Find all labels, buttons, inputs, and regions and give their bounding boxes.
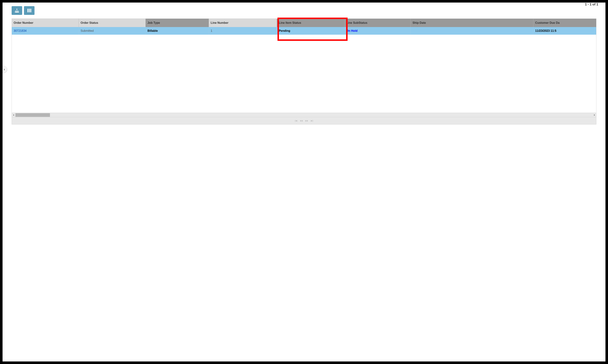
grid-header-row: Order NumberOrder StatusJob TypeLine Num… [12, 19, 596, 27]
toolbar [2, 2, 606, 18]
scroll-thumb[interactable] [15, 113, 50, 117]
svg-marker-5 [301, 120, 303, 122]
page-counter: 1 - 1 of 1 [585, 2, 598, 6]
app-frame: 1 - 1 of 1 ‹ Order NumberOrder StatusJob… [0, 0, 608, 364]
svg-rect-9 [312, 120, 313, 122]
chevron-left-icon: ‹ [4, 67, 5, 71]
download-button[interactable] [12, 6, 22, 15]
cell-ship-date [411, 27, 533, 35]
cell-line-number: 1 [209, 27, 277, 35]
column-header[interactable]: Customer Due Da [533, 19, 596, 27]
svg-marker-8 [311, 120, 312, 122]
column-header[interactable]: Line SubStatus [344, 19, 411, 27]
scroll-right-arrow-icon[interactable] [593, 113, 596, 117]
svg-rect-2 [295, 120, 296, 122]
column-header[interactable]: Ship Date [411, 19, 533, 27]
next-page-icon[interactable] [305, 120, 308, 122]
column-header[interactable]: Line Number [209, 19, 277, 27]
svg-marker-1 [594, 114, 595, 116]
svg-marker-4 [300, 120, 301, 122]
svg-marker-0 [13, 114, 14, 116]
last-page-icon[interactable] [311, 120, 313, 122]
column-header[interactable]: Job Type [146, 19, 209, 27]
horizontal-scrollbar[interactable] [12, 113, 596, 117]
grid-table: Order NumberOrder StatusJob TypeLine Num… [12, 19, 596, 35]
pagination-bar [12, 117, 596, 124]
scroll-track[interactable] [15, 113, 593, 117]
svg-marker-7 [307, 120, 308, 122]
expand-sidebar-handle[interactable]: ‹ [0, 66, 7, 73]
svg-marker-6 [305, 120, 307, 122]
first-page-icon[interactable] [295, 120, 297, 122]
grid-empty-space [12, 35, 596, 113]
scroll-left-arrow-icon[interactable] [12, 113, 15, 117]
cell-customer-due-date: 11/23/2023 11:5 [533, 27, 596, 35]
svg-marker-3 [296, 120, 297, 122]
columns-button[interactable] [24, 6, 35, 15]
cell-order-number[interactable]: 30721834 [12, 27, 79, 35]
cell-order-status: Submitted [79, 27, 146, 35]
data-grid: Order NumberOrder StatusJob TypeLine Num… [12, 18, 596, 124]
column-header[interactable]: Line Item Status [277, 19, 344, 27]
grid-table-wrapper: Order NumberOrder StatusJob TypeLine Num… [12, 19, 596, 35]
table-row[interactable]: 30721834 Submitted Billable 1 Pending On… [12, 27, 596, 35]
cell-line-substatus[interactable]: On Hold [344, 27, 411, 35]
prev-page-icon[interactable] [300, 120, 303, 122]
download-icon [15, 9, 19, 13]
cell-job-type: Billable [146, 27, 209, 35]
columns-icon [27, 9, 31, 12]
cell-line-item-status: Pending [277, 27, 344, 35]
column-header[interactable]: Order Status [79, 19, 146, 27]
column-header[interactable]: Order Number [12, 19, 79, 27]
